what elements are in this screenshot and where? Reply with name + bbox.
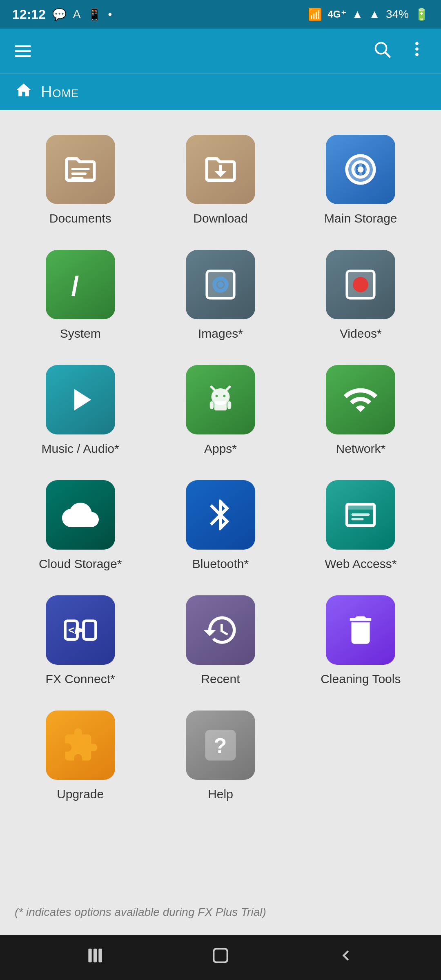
network-icon [326, 365, 395, 434]
grid-item-recent[interactable]: Recent [152, 587, 288, 694]
svg-rect-21 [214, 401, 227, 411]
help-icon: ? [186, 710, 255, 780]
grid-item-network[interactable]: Network* [293, 357, 429, 464]
svg-line-20 [227, 387, 230, 390]
webaccess-icon [326, 480, 395, 550]
whatsapp-icon: 💬 [52, 8, 67, 21]
svg-rect-5 [71, 168, 89, 170]
grid-item-download[interactable]: Download [152, 127, 288, 234]
grid-item-webaccess[interactable]: Web Access* [293, 472, 429, 579]
music-icon [46, 365, 115, 434]
footnote-text: (* indicates options available during FX… [15, 906, 266, 918]
nav-bar [0, 935, 441, 980]
status-right: 📶 4G⁺ ▲ ▲ 34% 🔋 [308, 8, 429, 21]
app-bar [0, 29, 441, 74]
4g-icon: 4G⁺ [328, 9, 346, 20]
svg-line-19 [211, 387, 214, 390]
svg-rect-35 [94, 949, 97, 962]
grid-item-music[interactable]: Music / Audio* [12, 357, 148, 464]
svg-marker-15 [74, 389, 91, 411]
battery-icon: 🔋 [414, 8, 429, 21]
svg-point-4 [415, 53, 419, 56]
svg-point-17 [216, 395, 218, 397]
svg-rect-26 [352, 513, 370, 516]
grid-item-bluetooth[interactable]: Bluetooth* [152, 472, 288, 579]
download-label: Download [193, 212, 247, 225]
apps-label: Apps* [204, 442, 237, 456]
dot-icon: • [108, 8, 112, 21]
apps-icon [186, 365, 255, 434]
mainstorage-label: Main Storage [324, 212, 397, 225]
svg-rect-6 [71, 173, 87, 175]
documents-icon [46, 135, 115, 204]
battery-text: 34% [386, 8, 409, 21]
status-left: 12:12 💬 A 📱 • [12, 7, 112, 22]
svg-rect-25 [347, 504, 375, 510]
grid-item-help[interactable]: ? Help [152, 702, 288, 809]
grid-item-videos[interactable]: Videos* [293, 242, 429, 349]
grid-item-images[interactable]: Images* [152, 242, 288, 349]
bluetooth-label: Bluetooth* [192, 557, 249, 571]
svg-point-14 [353, 277, 369, 292]
grid-container: Documents Download Main Storage / [0, 110, 441, 893]
home-banner: Home [0, 74, 441, 110]
videos-label: Videos* [340, 327, 382, 341]
system-icon: / [46, 250, 115, 319]
download-icon [186, 135, 255, 204]
network-label: Network* [336, 442, 385, 456]
svg-point-2 [415, 42, 419, 45]
home-nav-button[interactable] [210, 945, 231, 970]
svg-point-3 [415, 47, 419, 51]
documents-label: Documents [49, 212, 111, 225]
svg-rect-7 [71, 177, 83, 180]
videos-icon [326, 250, 395, 319]
grid-item-documents[interactable]: Documents [12, 127, 148, 234]
system-label: System [60, 327, 101, 341]
signal1-icon: ▲ [352, 8, 363, 21]
translate-icon: A [73, 8, 81, 21]
recent-icon [186, 595, 255, 665]
grid-item-system[interactable]: / System [12, 242, 148, 349]
status-bar: 12:12 💬 A 📱 • 📶 4G⁺ ▲ ▲ 34% 🔋 [0, 0, 441, 29]
cloud-icon [46, 480, 115, 550]
back-nav-button[interactable] [336, 945, 356, 970]
svg-text:?: ? [214, 733, 227, 757]
sim-icon: 📱 [87, 8, 102, 21]
app-bar-right [372, 40, 426, 63]
grid-item-apps[interactable]: Apps* [152, 357, 288, 464]
cloud-label: Cloud Storage* [39, 557, 122, 571]
svg-rect-36 [99, 949, 102, 962]
images-icon [186, 250, 255, 319]
images-label: Images* [198, 327, 243, 341]
grid-item-upgrade[interactable]: Upgrade [12, 702, 148, 809]
svg-point-18 [223, 395, 225, 397]
menu-button[interactable] [15, 45, 31, 57]
svg-line-1 [385, 52, 390, 57]
svg-rect-22 [210, 401, 214, 409]
grid-item-cloud[interactable]: Cloud Storage* [12, 472, 148, 579]
footnote: (* indicates options available during FX… [0, 893, 441, 935]
search-button[interactable] [372, 40, 391, 63]
mainstorage-icon [326, 135, 395, 204]
webaccess-label: Web Access* [325, 557, 396, 571]
grid-item-cleaning[interactable]: Cleaning Tools [293, 587, 429, 694]
bluetooth-icon [186, 480, 255, 550]
svg-rect-37 [214, 949, 227, 962]
more-options-button[interactable] [408, 40, 426, 63]
grid-item-mainstorage[interactable]: Main Storage [293, 127, 429, 234]
home-icon [15, 81, 33, 103]
svg-rect-34 [89, 949, 92, 962]
svg-rect-27 [352, 518, 364, 521]
upgrade-icon [46, 710, 115, 780]
cleaning-icon [326, 595, 395, 665]
svg-point-12 [217, 282, 223, 288]
recents-nav-button[interactable] [85, 945, 105, 970]
app-bar-left [15, 45, 31, 57]
fxconnect-label: FX Connect* [46, 672, 115, 686]
music-label: Music / Audio* [42, 442, 119, 456]
page-title: Home [41, 83, 79, 101]
cleaning-label: Cleaning Tools [321, 672, 401, 686]
grid-item-fxconnect[interactable]: </> FX Connect* [12, 587, 148, 694]
status-time: 12:12 [12, 7, 46, 22]
fxconnect-icon: </> [46, 595, 115, 665]
